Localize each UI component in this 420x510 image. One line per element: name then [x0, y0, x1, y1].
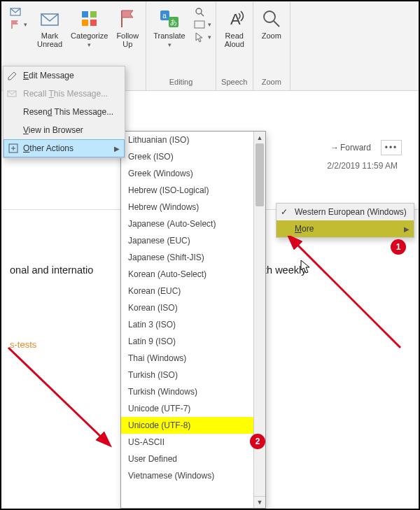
- other-actions-item[interactable]: Other Actions ▶: [4, 139, 125, 157]
- mark-unread-label: Mark Unread: [37, 31, 62, 48]
- encoding-option[interactable]: Greek (Windows): [121, 165, 253, 182]
- unknown-small-btn-1[interactable]: [10, 6, 21, 17]
- zoom-button[interactable]: Zoom: [258, 6, 286, 78]
- zoom-group: Zoom Zoom: [253, 1, 290, 90]
- svg-point-13: [264, 11, 275, 22]
- encoding-list-panel: Lithuanian (ISO)Greek (ISO)Greek (Window…: [120, 131, 266, 509]
- editing-group: aあ Translate ▾ ▾: [146, 1, 216, 90]
- tools-icon: [8, 143, 19, 154]
- editing-group-label: Editing: [169, 78, 193, 89]
- encoding-option[interactable]: Turkish (ISO): [121, 367, 253, 383]
- actions-context-menu: Edit Message Recall This Message... Rese…: [3, 66, 125, 158]
- pencil-icon: [7, 70, 18, 81]
- encoding-option[interactable]: Korean (ISO): [121, 299, 253, 316]
- read-aloud-label: Read Aloud: [225, 31, 244, 48]
- encoding-option[interactable]: US-ASCII: [121, 434, 253, 451]
- encoding-submenu: ✓ Western European (Windows) More ▶: [276, 203, 414, 238]
- encoding-option[interactable]: Japanese (EUC): [121, 232, 253, 249]
- body-text-left: onal and internatio: [10, 264, 93, 276]
- svg-rect-11: [195, 21, 204, 28]
- categorize-icon: [78, 8, 101, 30]
- encoding-option[interactable]: Latin 3 (ISO): [121, 316, 253, 333]
- encoding-option[interactable]: Japanese (Shift-JIS): [121, 249, 253, 266]
- western-european-item[interactable]: ✓ Western European (Windows): [276, 204, 414, 220]
- search-small-icon: [194, 6, 205, 17]
- speech-group-label: Speech: [221, 78, 247, 89]
- email-date: 2/2/2019 11:59 AM: [327, 161, 398, 171]
- read-aloud-icon: A: [223, 8, 246, 30]
- follow-up-label: Follow Up: [116, 31, 139, 48]
- svg-rect-3: [90, 11, 97, 17]
- encoding-option[interactable]: Unicode (UTF-7): [121, 400, 253, 417]
- find-button[interactable]: [194, 6, 205, 17]
- mouse-cursor-icon: [300, 260, 312, 274]
- svg-point-10: [196, 8, 202, 14]
- translate-label: Translate: [153, 31, 185, 40]
- view-in-browser-item[interactable]: View in Browser: [4, 121, 125, 139]
- svg-text:a: a: [162, 12, 167, 20]
- select-button[interactable]: ▾: [194, 31, 211, 43]
- encoding-option[interactable]: Thai (Windows): [121, 350, 253, 367]
- svg-rect-5: [90, 20, 97, 26]
- encoding-option[interactable]: Vietnamese (Windows): [121, 467, 253, 484]
- scroll-down-button[interactable]: ▼: [254, 496, 265, 508]
- zoom-icon: [260, 8, 283, 30]
- zoom-group-label: Zoom: [262, 78, 281, 89]
- translate-button[interactable]: aあ Translate ▾: [150, 6, 188, 78]
- dropdown-caret-icon: ▾: [88, 41, 91, 48]
- email-link-fragment[interactable]: s-tests: [10, 339, 36, 350]
- svg-rect-4: [82, 20, 88, 26]
- scroll-thumb[interactable]: [255, 143, 264, 206]
- flag-icon: [116, 8, 139, 30]
- more-actions-button[interactable]: •••: [381, 140, 402, 155]
- more-encodings-item[interactable]: More ▶: [276, 220, 414, 237]
- scroll-up-button[interactable]: ▲: [254, 132, 265, 143]
- zoom-label: Zoom: [262, 31, 281, 40]
- recall-icon: [7, 88, 18, 99]
- flag-small-icon: [10, 19, 21, 30]
- speech-group: A Read Aloud Speech: [216, 1, 253, 90]
- encoding-option[interactable]: Latin 9 (ISO): [121, 333, 253, 350]
- check-icon: ✓: [281, 207, 288, 217]
- encoding-option[interactable]: Greek (ISO): [121, 148, 253, 165]
- encoding-option[interactable]: User Defined: [121, 451, 253, 467]
- envelope-small-icon: [10, 6, 21, 17]
- callout-badge-1: 1: [391, 239, 406, 255]
- encoding-option[interactable]: Turkish (Windows): [121, 383, 253, 400]
- edit-message-item[interactable]: Edit Message: [4, 66, 125, 85]
- encoding-option[interactable]: Japanese (Auto-Select): [121, 215, 253, 232]
- categorize-label: Categorize: [71, 31, 108, 40]
- dropdown-caret-icon: ▾: [208, 34, 211, 41]
- svg-text:あ: あ: [170, 18, 177, 26]
- related-button[interactable]: ▾: [194, 19, 211, 30]
- forward-button[interactable]: →Forward: [330, 143, 371, 153]
- dropdown-caret-icon: ▾: [24, 21, 27, 28]
- scrollbar[interactable]: ▲ ▼: [253, 132, 265, 508]
- recall-message-item: Recall This Message...: [4, 85, 125, 103]
- unknown-small-btn-2[interactable]: ▾: [10, 19, 27, 30]
- encoding-option[interactable]: Hebrew (ISO-Logical): [121, 182, 253, 199]
- translate-icon: aあ: [158, 8, 181, 30]
- svg-rect-2: [82, 11, 88, 17]
- encoding-option[interactable]: Lithuanian (ISO): [121, 132, 253, 148]
- envelope-icon: [38, 8, 61, 30]
- dropdown-caret-icon: ▾: [208, 21, 211, 28]
- dropdown-caret-icon: ▾: [168, 41, 172, 48]
- envelope-hollow-icon: [194, 19, 205, 30]
- read-aloud-button[interactable]: A Read Aloud: [220, 6, 248, 78]
- encoding-option[interactable]: Hebrew (Windows): [121, 199, 253, 215]
- encoding-option[interactable]: Korean (Auto-Select): [121, 266, 253, 283]
- resend-message-item[interactable]: Resend This Message...: [4, 103, 125, 121]
- callout-badge-2: 2: [250, 434, 265, 449]
- encoding-option[interactable]: Unicode (UTF-8): [121, 417, 253, 434]
- chevron-right-icon: ▶: [114, 145, 120, 153]
- encoding-option[interactable]: Korean (EUC): [121, 283, 253, 299]
- chevron-right-icon: ▶: [404, 225, 410, 233]
- cursor-small-icon: [194, 31, 205, 43]
